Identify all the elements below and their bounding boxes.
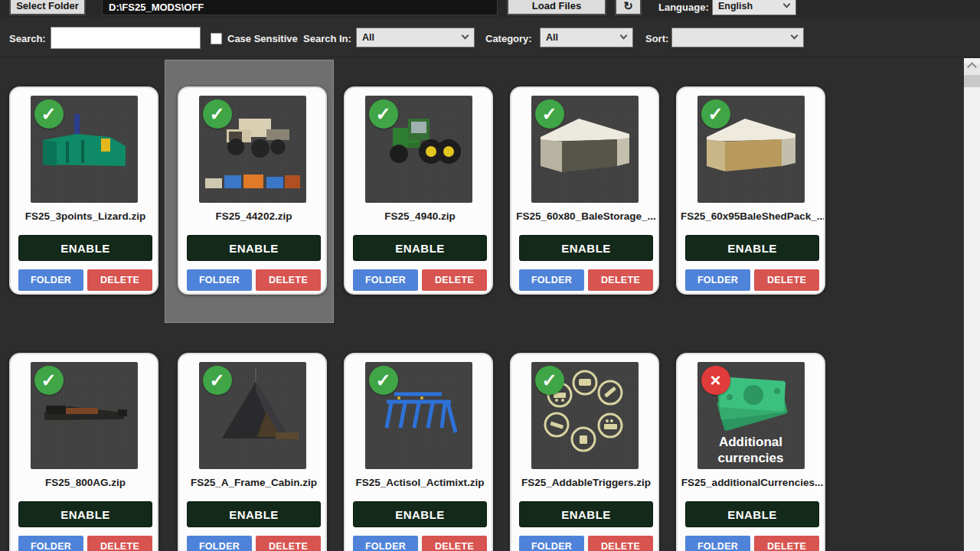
mod-card[interactable]: ✓ FS25_3points_Lizard.zip ENABLE FOLDER … — [9, 86, 158, 295]
mod-thumbnail: Additional currencies × — [697, 362, 805, 469]
folder-button[interactable]: FOLDER — [187, 536, 252, 551]
delete-button[interactable]: DELETE — [422, 269, 487, 291]
mod-thumbnail: ✓ — [365, 96, 472, 203]
mod-card[interactable]: ✓ FS25_AddableTriggers.zip ENABLE FOLDER… — [510, 353, 659, 551]
enable-button[interactable]: ENABLE — [519, 501, 653, 527]
mod-filename: FS25_additionalCurrencies... — [681, 477, 824, 488]
mod-thumbnail: ✓ — [199, 362, 306, 469]
mod-thumbnail: ✓ — [531, 96, 639, 203]
scrollbar[interactable] — [964, 58, 980, 551]
delete-button[interactable]: DELETE — [256, 536, 321, 551]
chevron-down-icon — [620, 32, 628, 40]
search-input[interactable] — [51, 27, 201, 49]
delete-button[interactable]: DELETE — [256, 269, 321, 291]
refresh-glyph: ↻ — [623, 0, 633, 11]
check-icon: ✓ — [369, 99, 398, 129]
delete-button[interactable]: DELETE — [422, 536, 487, 551]
delete-button[interactable]: DELETE — [588, 536, 653, 551]
scrollbar-thumb[interactable] — [964, 75, 980, 87]
delete-button[interactable]: DELETE — [87, 269, 152, 291]
enable-button[interactable]: ENABLE — [18, 501, 152, 527]
category-value: All — [546, 32, 558, 43]
folder-button[interactable]: FOLDER — [519, 536, 584, 551]
chevron-down-icon — [783, 1, 791, 8]
mod-filename: FS25_60x80_BaleStorage_... — [514, 210, 658, 222]
check-icon: ✓ — [203, 366, 232, 395]
select-folder-button[interactable]: Select Folder — [9, 0, 86, 15]
folder-button[interactable]: FOLDER — [187, 269, 252, 291]
mod-thumbnail: ✓ — [697, 96, 805, 203]
toolbar: Select Folder D:\FS25_MODS\OFF Load File… — [0, 0, 980, 17]
mod-filename: FS25_Actisol_Actimixt.zip — [348, 477, 492, 488]
enable-button[interactable]: ENABLE — [685, 235, 819, 261]
folder-button[interactable]: FOLDER — [18, 269, 83, 291]
mod-filename: FS25_60x95BaleShedPack_... — [681, 210, 824, 222]
enable-button[interactable]: ENABLE — [353, 235, 487, 261]
case-sensitive-label: Case Sensitive — [227, 33, 298, 44]
search-in-value: All — [362, 32, 374, 43]
search-label: Search: — [9, 33, 46, 44]
mod-filename: FS25_44202.zip — [182, 210, 325, 222]
mod-filename: FS25_3points_Lizard.zip — [14, 210, 157, 222]
mod-card[interactable]: ✓ FS25_4940.zip ENABLE FOLDER DELETE — [344, 86, 493, 295]
delete-button[interactable]: DELETE — [87, 536, 152, 551]
folder-button[interactable]: FOLDER — [353, 536, 418, 551]
mod-card[interactable]: ✓ FS25_60x95BaleShedPack_... ENABLE FOLD… — [676, 86, 825, 295]
enable-button[interactable]: ENABLE — [187, 235, 321, 261]
mod-filename: FS25_800AG.zip — [14, 477, 157, 488]
mod-card[interactable]: ✓ FS25_A_Frame_Cabin.zip ENABLE FOLDER D… — [178, 353, 327, 551]
check-icon: ✓ — [535, 99, 564, 129]
folder-button[interactable]: FOLDER — [685, 536, 750, 551]
mod-thumb-caption: Additional currencies — [697, 434, 805, 467]
folder-button[interactable]: FOLDER — [18, 536, 83, 551]
check-icon: ✓ — [369, 366, 398, 395]
language-label: Language: — [658, 2, 709, 13]
mod-thumbnail: ✓ — [31, 362, 138, 469]
sort-label: Sort: — [645, 33, 668, 44]
mod-manager-window: Select Folder D:\FS25_MODS\OFF Load File… — [0, 0, 980, 551]
search-in-dropdown[interactable]: All — [356, 28, 475, 47]
folder-button[interactable]: FOLDER — [685, 269, 750, 291]
mod-card[interactable]: ✓ FS25_60x80_BaleStorage_... ENABLE FOLD… — [510, 86, 659, 295]
category-dropdown[interactable]: All — [540, 28, 633, 47]
check-icon: ✓ — [701, 99, 730, 129]
x-icon: × — [701, 366, 730, 395]
check-icon: ✓ — [203, 99, 232, 129]
mod-thumbnail: ✓ — [365, 362, 472, 469]
enable-button[interactable]: ENABLE — [685, 501, 819, 527]
enable-button[interactable]: ENABLE — [18, 235, 152, 261]
delete-button[interactable]: DELETE — [754, 269, 819, 291]
case-sensitive-checkbox[interactable] — [211, 33, 222, 44]
enable-button[interactable]: ENABLE — [519, 235, 653, 261]
category-label: Category: — [485, 33, 532, 44]
chevron-down-icon — [791, 32, 799, 40]
mod-thumbnail: ✓ — [531, 362, 639, 469]
mod-thumbnail: ✓ — [199, 96, 306, 203]
mod-card[interactable]: ✓ FS25_44202.zip ENABLE FOLDER DELETE — [178, 86, 327, 295]
folder-button[interactable]: FOLDER — [519, 269, 584, 291]
check-icon: ✓ — [34, 99, 64, 129]
mod-filename: FS25_AddableTriggers.zip — [514, 477, 658, 488]
mod-card[interactable]: ✓ FS25_800AG.zip ENABLE FOLDER DELETE — [9, 353, 158, 551]
enable-button[interactable]: ENABLE — [187, 501, 321, 527]
mod-thumbnail: ✓ — [31, 96, 138, 203]
folder-path-field[interactable]: D:\FS25_MODS\OFF — [102, 0, 498, 15]
delete-button[interactable]: DELETE — [754, 536, 819, 551]
folder-button[interactable]: FOLDER — [353, 269, 418, 291]
check-icon: ✓ — [34, 366, 64, 395]
language-dropdown[interactable]: English — [712, 0, 796, 15]
mod-card[interactable]: ✓ FS25_Actisol_Actimixt.zip ENABLE FOLDE… — [344, 353, 493, 551]
mod-grid: ✓ FS25_3points_Lizard.zip ENABLE FOLDER … — [0, 58, 964, 551]
refresh-icon[interactable]: ↻ — [615, 0, 642, 15]
load-files-button[interactable]: Load Files — [507, 0, 606, 15]
language-value: English — [718, 1, 753, 11]
mod-card[interactable]: Additional currencies × FS25_additionalC… — [676, 353, 825, 551]
chevron-down-icon — [462, 32, 469, 40]
mod-filename: FS25_4940.zip — [348, 210, 492, 222]
search-in-label: Search In: — [303, 33, 351, 44]
sort-dropdown[interactable] — [671, 28, 804, 47]
delete-button[interactable]: DELETE — [588, 269, 653, 291]
mod-filename: FS25_A_Frame_Cabin.zip — [182, 477, 325, 488]
check-icon: ✓ — [535, 366, 564, 395]
enable-button[interactable]: ENABLE — [353, 501, 487, 527]
